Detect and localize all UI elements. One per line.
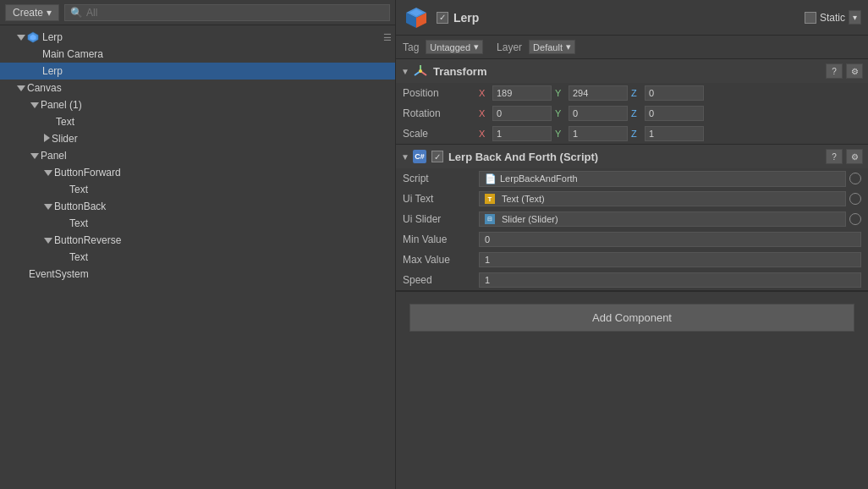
hierarchy-item-text-back[interactable]: Text bbox=[0, 215, 395, 232]
panel2-arrow bbox=[30, 150, 41, 162]
script-row: Script 📄 LerpBackAndForth bbox=[396, 168, 868, 189]
text-back-label: Text bbox=[69, 217, 88, 229]
min-value-label: Min Value bbox=[403, 234, 479, 245]
tag-label: Tag bbox=[403, 41, 419, 53]
transform-settings-btn[interactable]: ⚙ bbox=[846, 63, 863, 79]
static-dropdown-btn[interactable]: ▾ bbox=[849, 10, 861, 25]
rotation-x-input[interactable] bbox=[492, 106, 552, 121]
script-prop-value: 📄 LerpBackAndForth bbox=[479, 171, 861, 187]
position-x-input[interactable] bbox=[492, 85, 552, 101]
position-y-label: Y bbox=[555, 88, 565, 98]
ui-slider-ref-picker[interactable] bbox=[849, 213, 861, 225]
btn-back-arrow bbox=[44, 201, 54, 212]
hierarchy-item-slider[interactable]: Slider bbox=[0, 130, 395, 147]
transform-name: Transform bbox=[433, 65, 826, 78]
inspector-scroll: ▼ Transform ? ⚙ bbox=[396, 59, 868, 489]
scale-y-input[interactable] bbox=[569, 126, 628, 141]
position-y-input[interactable] bbox=[569, 85, 628, 101]
scale-fields: X Y Z bbox=[479, 126, 861, 141]
rotation-fields: X Y Z bbox=[479, 106, 861, 121]
hierarchy-item-btn-reverse[interactable]: ButtonReverse bbox=[0, 232, 395, 249]
tag-dropdown[interactable]: Untagged ▾ bbox=[426, 40, 483, 54]
position-z-input[interactable] bbox=[645, 85, 704, 101]
transform-help-btn[interactable]: ? bbox=[826, 63, 843, 79]
script-lang-icon: C# bbox=[413, 150, 426, 163]
create-button[interactable]: Create ▾ bbox=[5, 4, 59, 21]
text-reverse-label: Text bbox=[69, 251, 88, 263]
script-prop-label: Script bbox=[403, 173, 479, 184]
lerp-root-arrow bbox=[17, 31, 27, 43]
static-area: Static ▾ bbox=[805, 10, 861, 25]
text-component-icon: T bbox=[485, 194, 495, 204]
btn-back-label: ButtonBack bbox=[54, 201, 106, 212]
hierarchy-item-lerp-child[interactable]: Lerp bbox=[0, 63, 395, 80]
scale-label: Scale bbox=[403, 128, 479, 140]
hierarchy-item-text-reverse[interactable]: Text bbox=[0, 249, 395, 266]
panel1-arrow bbox=[30, 99, 41, 111]
hierarchy-panel: Create ▾ 🔍 Lerp ☰ Main Camera bbox=[0, 0, 396, 489]
create-arrow-icon: ▾ bbox=[47, 7, 52, 19]
script-ref-picker[interactable] bbox=[849, 173, 861, 184]
btn-reverse-arrow bbox=[44, 234, 54, 246]
scale-y-label: Y bbox=[555, 129, 565, 139]
hierarchy-item-panel1[interactable]: Panel (1) bbox=[0, 96, 395, 113]
scale-x-label: X bbox=[479, 129, 489, 139]
svg-point-9 bbox=[419, 69, 422, 73]
speed-input[interactable] bbox=[479, 272, 861, 288]
inspector-panel: Lerp Static ▾ Tag Untagged ▾ Layer Defau… bbox=[396, 0, 868, 489]
script-ref-field[interactable]: 📄 LerpBackAndForth bbox=[479, 171, 846, 187]
transform-header[interactable]: ▼ Transform ? ⚙ bbox=[396, 59, 868, 83]
hierarchy-item-lerp-root[interactable]: Lerp ☰ bbox=[0, 29, 395, 46]
scale-x-input[interactable] bbox=[492, 126, 552, 141]
script-settings-btn[interactable]: ⚙ bbox=[846, 149, 863, 164]
hierarchy-item-text1[interactable]: Text bbox=[0, 113, 395, 130]
speed-row: Speed bbox=[396, 270, 868, 290]
tag-value: Untagged bbox=[430, 42, 470, 52]
hierarchy-item-main-camera[interactable]: Main Camera bbox=[0, 46, 395, 63]
min-value-input[interactable] bbox=[479, 232, 861, 247]
canvas-label: Canvas bbox=[27, 82, 62, 94]
layer-value: Default bbox=[533, 42, 563, 52]
panel1-label: Panel (1) bbox=[41, 99, 82, 111]
hierarchy-item-btn-back[interactable]: ButtonBack bbox=[0, 198, 395, 215]
static-checkbox[interactable] bbox=[805, 12, 816, 24]
search-input[interactable] bbox=[86, 7, 384, 19]
position-fields: X Y Z bbox=[479, 85, 861, 101]
hierarchy-item-panel2[interactable]: Panel bbox=[0, 147, 395, 164]
layer-label: Layer bbox=[497, 41, 522, 53]
search-box[interactable]: 🔍 bbox=[64, 4, 390, 21]
scale-z-input[interactable] bbox=[645, 126, 704, 141]
script-component: ▼ C# Lerp Back And Forth (Script) ? ⚙ Sc… bbox=[396, 145, 868, 291]
script-help-btn[interactable]: ? bbox=[826, 149, 843, 164]
ui-text-ref-field[interactable]: T Text (Text) bbox=[479, 191, 846, 206]
script-header[interactable]: ▼ C# Lerp Back And Forth (Script) ? ⚙ bbox=[396, 145, 868, 168]
script-active-checkbox[interactable] bbox=[431, 151, 443, 162]
hierarchy-item-btn-forward[interactable]: ButtonForward bbox=[0, 164, 395, 181]
list-options-icon[interactable]: ☰ bbox=[383, 32, 392, 43]
obj-active-checkbox[interactable] bbox=[437, 12, 448, 24]
inspector-header: Lerp Static ▾ bbox=[396, 0, 868, 36]
transform-component: ▼ Transform ? ⚙ bbox=[396, 59, 868, 145]
hierarchy-item-text-forward[interactable]: Text bbox=[0, 181, 395, 198]
max-value-input[interactable] bbox=[479, 252, 861, 267]
lerp-child-label: Lerp bbox=[42, 65, 63, 77]
hierarchy-list: Lerp ☰ Main Camera Lerp Canvas Pa bbox=[0, 25, 395, 489]
text-forward-label: Text bbox=[69, 184, 88, 195]
btn-reverse-label: ButtonReverse bbox=[54, 234, 121, 246]
ui-text-label: Ui Text bbox=[403, 193, 479, 205]
hierarchy-item-event-system[interactable]: EventSystem bbox=[0, 266, 395, 283]
rotation-z-input[interactable] bbox=[645, 106, 704, 121]
layer-dropdown[interactable]: Default ▾ bbox=[529, 40, 575, 54]
ui-slider-ref-field[interactable]: ⊟ Slider (Slider) bbox=[479, 212, 846, 227]
ui-text-value: T Text (Text) bbox=[479, 191, 861, 206]
slider-component-icon: ⊟ bbox=[485, 214, 495, 224]
scale-z-label: Z bbox=[631, 129, 641, 139]
transform-body: Position X Y Z Rotation X bbox=[396, 83, 868, 144]
ui-text-ref-picker[interactable] bbox=[849, 193, 861, 205]
rotation-y-input[interactable] bbox=[569, 106, 628, 121]
object-icon bbox=[403, 4, 430, 31]
add-component-button[interactable]: Add Component bbox=[409, 304, 854, 332]
position-x-label: X bbox=[479, 88, 489, 98]
hierarchy-item-canvas[interactable]: Canvas bbox=[0, 80, 395, 96]
ui-slider-value: ⊟ Slider (Slider) bbox=[479, 212, 861, 227]
